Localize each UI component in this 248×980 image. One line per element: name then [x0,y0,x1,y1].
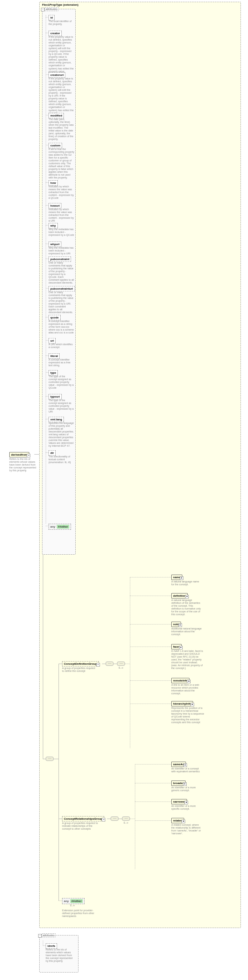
attr-spine [46,15,46,523]
attr-modified[interactable]: modified [48,113,64,118]
expand-icon[interactable]: + [183,764,187,767]
attr-uri[interactable]: uri [48,338,56,344]
attr-xmllang[interactable]: xml:lang [48,417,64,422]
attr-connector [46,33,48,33]
expand-icon[interactable]: + [187,680,190,683]
el-sameas[interactable]: sameAs+ [171,762,186,767]
concept-definition-group[interactable]: ConceptDefinitionGroup − [62,661,99,667]
attr-creatoruri[interactable]: creatoruri [48,72,65,78]
line [130,703,171,704]
el-name[interactable]: name+ [171,574,182,580]
attr-label: pubconstrainturi [50,287,73,290]
el-label: sameAs [173,763,184,766]
attr-modified-desc: The date (and, optionally, the time) whe… [48,118,74,141]
collapse-icon[interactable]: − [38,934,42,938]
expand-icon[interactable]: + [185,595,189,598]
attr-literal[interactable]: literal [48,353,59,359]
attr-connector [46,75,48,75]
expand-icon[interactable]: − [27,454,30,457]
attr-connector [46,115,48,115]
attr-typeuri[interactable]: typeuri [48,394,62,399]
any-desc: Extension point for provider-defined pro… [62,909,94,918]
attr-pubconstrainturi[interactable]: pubconstrainturi [48,286,75,291]
attr-connector [46,145,48,145]
expand-icon[interactable]: + [184,801,188,804]
attr-id[interactable]: id [48,15,54,20]
attr-creatoruri-desc: If the property value is not defined, sp… [48,77,74,115]
groups-spine [59,663,59,900]
attributes-window-title: attributes [45,7,59,11]
attr-label: modified [50,114,62,117]
concept-relationships-group[interactable]: ConceptRelationshipsGroup − [62,816,104,821]
attr-label: dir [50,451,54,455]
el-definition[interactable]: definition+ [171,593,188,598]
attr-type[interactable]: type [48,370,58,375]
line [130,577,171,578]
line [130,596,171,596]
attr-creator[interactable]: creator [48,31,62,36]
el-desc: In NAR 1.8 and later, facet is deprecate… [171,650,203,670]
attr-how-desc: Indicates by which means the value was e… [48,185,74,199]
expand-icon[interactable]: − [96,663,100,667]
attr-qcode[interactable]: qcode [48,315,61,320]
attr-custom[interactable]: custom [48,143,62,148]
attr-label: literal [50,355,58,358]
attr-connector [46,205,48,205]
attr-dir[interactable]: dir [48,450,56,456]
attr-creator-desc: If the property value is not defined, sp… [48,36,74,73]
expand-icon[interactable]: − [102,818,105,821]
expand-icon[interactable]: + [182,820,185,823]
attr-why[interactable]: why [48,223,58,228]
expand-icon[interactable]: + [179,646,183,649]
line [118,819,122,819]
root-element-desc: Refers to the ids of elements whose valu… [9,458,38,472]
attr-label: id [50,16,53,19]
attr-connector [46,526,48,526]
attr-custom-desc: If set to true the corresponding propert… [48,148,74,180]
attr-label: qcode [50,316,59,319]
expand-icon[interactable]: + [183,782,187,786]
el-remoteinfo[interactable]: remoteInfo+ [171,678,189,683]
line [135,802,171,802]
line [107,819,110,819]
line [125,663,130,664]
attr-idrefs-desc: Refers to the ids of elements which valu… [46,948,74,963]
root-element[interactable]: derivedfrom − [9,452,29,457]
attr-connector [43,945,46,946]
attr-type-desc: The type of the concept assigned as cont… [48,375,74,389]
attr-idrefs[interactable]: idrefs [46,943,57,949]
el-facet[interactable]: facet+ [171,644,182,649]
attr-whyuri[interactable]: whyuri [48,242,61,247]
el-note[interactable]: note+ [171,622,181,627]
attr-connector [46,243,48,244]
connector-line [34,454,39,455]
attr-pubconstraint[interactable]: pubconstraint [48,256,71,262]
attr-connector [46,182,48,183]
el-desc: An identifier of a concept with equivale… [171,767,203,773]
attr-label: creatoruri [50,73,64,76]
extension-label: Flex1PropType (extension) [42,3,78,6]
attr-label: typeuri [50,395,60,398]
attr-pubconstrainturi-desc: One or many constraints that apply to pu… [48,291,74,314]
attr-howuri[interactable]: howuri [48,203,61,208]
el-broader[interactable]: broader+ [171,781,186,786]
attr-label: pubconstraint [50,258,69,261]
line [135,783,171,783]
def-children-spine [130,577,130,748]
any-other-bottom[interactable]: any ##other [62,898,85,904]
attr-connector [46,17,48,18]
el-hierarchyinfo[interactable]: hierarchyInfo+ [171,701,193,706]
el-related[interactable]: related+ [171,818,184,823]
collapse-icon[interactable]: − [41,8,45,11]
el-desc: Additional natural language information … [171,627,202,636]
any-other-attr[interactable]: any ##other [48,523,71,530]
expand-icon[interactable]: + [178,624,182,627]
el-narrower[interactable]: narrower+ [171,799,187,804]
expand-icon[interactable]: + [190,703,194,706]
line [59,819,62,819]
attr-how[interactable]: how [48,180,58,186]
attr-connector [46,452,48,453]
expand-icon[interactable]: + [180,576,183,580]
el-desc: A natural language name for the concept. [171,580,202,586]
any-label: any [50,525,55,528]
